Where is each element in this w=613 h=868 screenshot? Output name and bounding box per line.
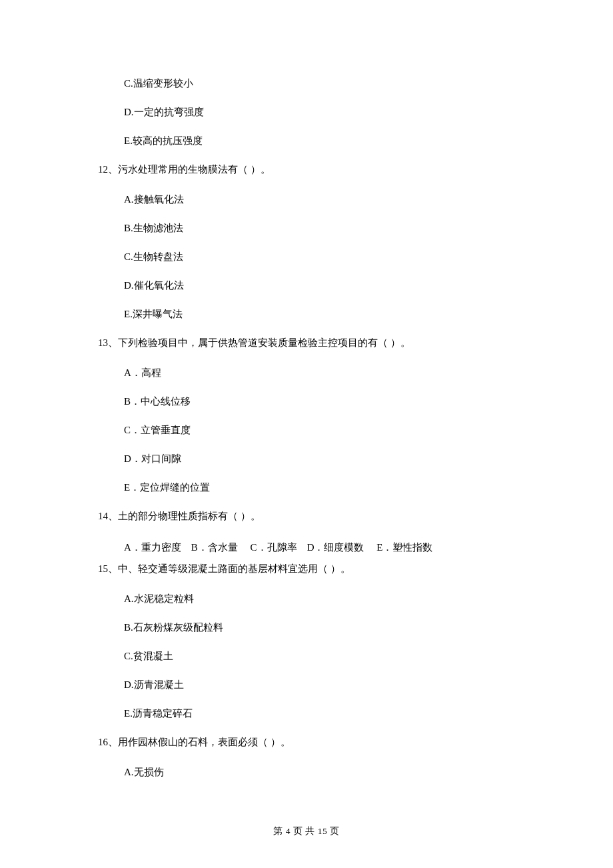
page-footer: 第 4 页 共 15 页 <box>0 825 613 837</box>
q14-option-e: E．塑性指数 <box>376 541 432 554</box>
q12-option-b: B.生物滤池法 <box>124 223 523 233</box>
q15-option-c: C.贫混凝土 <box>124 651 523 661</box>
q13-option-e: E．定位焊缝的位置 <box>124 483 523 493</box>
q16-option-a: A.无损伤 <box>124 767 523 777</box>
q14-option-a: A．重力密度 <box>124 541 181 554</box>
page: C.温缩变形较小 D.一定的抗弯强度 E.较高的抗压强度 12、污水处理常用的生… <box>0 0 613 868</box>
q13-option-c: C．立管垂直度 <box>124 425 523 435</box>
q13-option-d: D．对口间隙 <box>124 454 523 464</box>
q13-option-b: B．中心线位移 <box>124 397 523 407</box>
q14-stem: 14、土的部分物理性质指标有（ ）。 <box>98 511 523 521</box>
q14-option-c: C．孔隙率 <box>251 541 297 554</box>
q13-option-a: A．高程 <box>124 368 523 378</box>
q12-option-a: A.接触氧化法 <box>124 195 523 205</box>
q15-option-b: B.石灰粉煤灰级配粒料 <box>124 623 523 633</box>
q11-option-c: C.温缩变形较小 <box>124 79 523 89</box>
q15-option-a: A.水泥稳定粒料 <box>124 594 523 604</box>
q15-option-d: D.沥青混凝土 <box>124 680 523 690</box>
q12-stem: 12、污水处理常用的生物膜法有（ ）。 <box>98 165 523 175</box>
q12-option-c: C.生物转盘法 <box>124 252 523 262</box>
q14-options-row: A．重力密度 B．含水量 C．孔隙率 D．细度模数 E．塑性指数 <box>124 541 523 554</box>
q15-stem: 15、中、轻交通等级混凝土路面的基层材料宜选用（ ）。 <box>98 564 523 574</box>
q11-option-d: D.一定的抗弯强度 <box>124 107 523 117</box>
q15-option-e: E.沥青稳定碎石 <box>124 709 523 719</box>
q14-option-d: D．细度模数 <box>307 541 364 554</box>
q16-stem: 16、用作园林假山的石料，表面必须（ ）。 <box>98 737 523 747</box>
q14-option-b: B．含水量 <box>191 541 238 554</box>
q12-option-e: E.深井曝气法 <box>124 309 523 319</box>
q11-option-e: E.较高的抗压强度 <box>124 136 523 146</box>
q12-option-d: D.催化氧化法 <box>124 281 523 291</box>
q13-stem: 13、下列检验项目中，属于供热管道安装质量检验主控项目的有（ ）。 <box>98 338 523 348</box>
